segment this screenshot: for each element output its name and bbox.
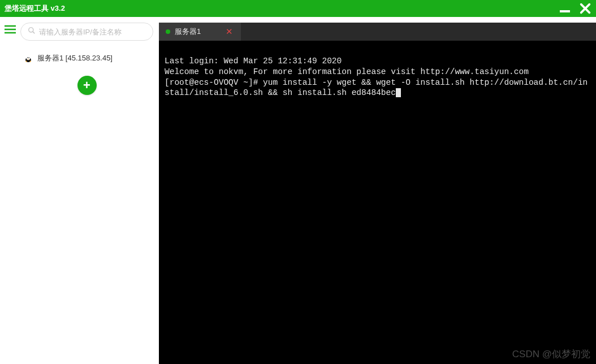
app-title: 堡塔远程工具 v3.2 [5, 3, 65, 14]
server-list-item[interactable]: 服务器1 [45.158.23.45] [20, 51, 153, 66]
svg-point-10 [28, 57, 29, 58]
tab-server1[interactable]: 服务器1 ✕ [159, 23, 241, 41]
titlebar: 堡塔远程工具 v3.2 [0, 0, 596, 17]
minimize-button[interactable] [559, 2, 571, 15]
close-button[interactable] [578, 1, 593, 16]
svg-line-6 [33, 32, 35, 34]
svg-point-5 [29, 28, 33, 32]
content-area: 服务器1 ✕ Last login: Wed Mar 25 12:31:49 2… [159, 17, 596, 364]
linux-icon [24, 54, 33, 63]
terminal-line: Welcome to nokvm, For more information p… [165, 67, 529, 76]
svg-point-8 [27, 57, 30, 60]
tab-label: 服务器1 [175, 27, 201, 37]
left-rail [0, 17, 20, 364]
tab-close-icon[interactable]: ✕ [224, 27, 234, 37]
terminal-cursor [396, 88, 401, 97]
window-controls [559, 1, 593, 16]
status-dot-icon [166, 29, 170, 34]
tabbar: 服务器1 ✕ [159, 23, 596, 41]
terminal-line: Last login: Wed Mar 25 12:31:49 2020 [165, 57, 342, 66]
terminal[interactable]: Last login: Wed Mar 25 12:31:49 2020 Wel… [159, 41, 596, 364]
search-input[interactable] [39, 28, 146, 36]
menu-icon[interactable] [5, 25, 16, 36]
search-icon [28, 27, 36, 37]
svg-point-9 [27, 57, 28, 58]
add-server-button[interactable] [77, 76, 97, 95]
sidebar: 服务器1 [45.158.23.45] [20, 17, 159, 364]
search-box[interactable] [20, 23, 153, 41]
server-label: 服务器1 [45.158.23.45] [37, 53, 113, 63]
main-area: 服务器1 [45.158.23.45] 服务器1 ✕ Last login: W… [0, 17, 596, 364]
terminal-line: [root@ecs-OVOQV ~]# yum install -y wget … [165, 78, 588, 98]
